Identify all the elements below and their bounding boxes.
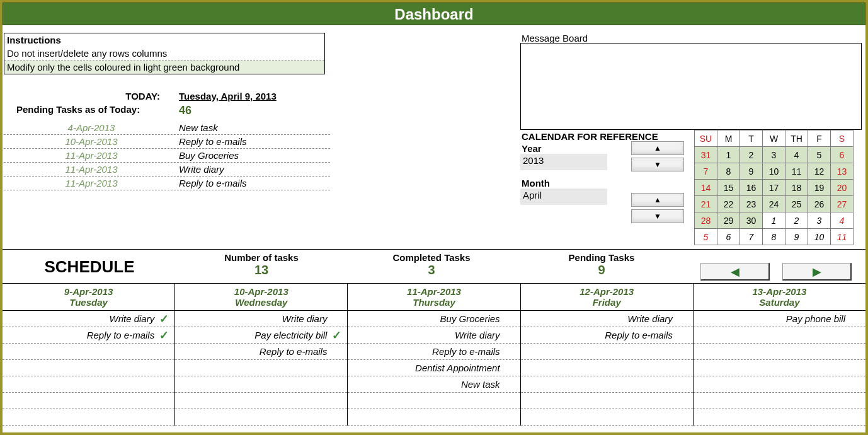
prev-button[interactable]: ◀ (700, 263, 770, 281)
schedule-task-row[interactable]: Write diary✓ (3, 311, 174, 327)
schedule-task-row[interactable] (3, 393, 174, 409)
task-date: 11-Apr-2013 (4, 149, 179, 162)
month-up-button[interactable]: ▲ (631, 193, 684, 207)
schedule-task-row[interactable] (175, 393, 347, 409)
day-name: Saturday (694, 297, 865, 308)
cal-day[interactable]: 24 (763, 196, 785, 212)
schedule-task-text: Write diary (348, 330, 502, 340)
schedule-task-row[interactable]: Reply to e-mails (348, 344, 520, 360)
day-date: 13-Apr-2013 (694, 286, 865, 297)
schedule-task-row[interactable]: Reply to e-mails (521, 327, 693, 344)
cal-day[interactable]: 10 (808, 229, 831, 245)
schedule-task-row[interactable] (694, 393, 865, 409)
schedule-task-row[interactable]: Dentist Appointment (348, 360, 520, 376)
cal-day[interactable]: 28 (695, 212, 717, 229)
cal-day[interactable]: 16 (740, 180, 763, 196)
schedule-task-row[interactable] (175, 360, 347, 376)
cal-day[interactable]: 17 (763, 180, 785, 196)
cal-day[interactable]: 8 (717, 163, 740, 180)
schedule-task-row[interactable] (3, 376, 174, 393)
schedule-task-row[interactable] (3, 344, 174, 360)
schedule-task-row[interactable] (521, 393, 693, 409)
cal-day[interactable]: 10 (763, 163, 785, 180)
schedule-task-row[interactable] (521, 376, 693, 393)
schedule-task-row[interactable]: Write diary (175, 311, 347, 327)
schedule-task-row[interactable] (521, 409, 693, 426)
cal-day[interactable]: 13 (831, 163, 854, 180)
year-down-button[interactable]: ▼ (631, 158, 684, 171)
cal-header: TH (785, 130, 808, 147)
stat-label: Completed Tasks (346, 250, 517, 263)
cal-day[interactable]: 3 (808, 212, 831, 229)
calendar-reference: CALENDAR FOR REFERENCE Year 2013 Month A… (520, 130, 862, 245)
today-label: TODAY: (4, 91, 179, 102)
cal-day[interactable]: 19 (808, 180, 831, 196)
cal-day[interactable]: 27 (831, 196, 854, 212)
cal-day[interactable]: 14 (695, 180, 717, 196)
schedule-task-row[interactable] (348, 409, 520, 426)
schedule-task-row[interactable] (694, 409, 865, 426)
cal-day[interactable]: 3 (763, 147, 785, 163)
cal-day[interactable]: 7 (740, 229, 763, 245)
cal-day[interactable]: 1 (717, 147, 740, 163)
cal-day[interactable]: 29 (717, 212, 740, 229)
day-header: 10-Apr-2013Wednesday (175, 284, 347, 311)
cal-day[interactable]: 4 (785, 147, 808, 163)
schedule-task-row[interactable] (521, 344, 693, 360)
schedule-task-row[interactable]: Write diary (521, 311, 693, 327)
cal-day[interactable]: 1 (763, 212, 785, 229)
cal-day[interactable]: 23 (740, 196, 763, 212)
cal-day[interactable]: 5 (695, 229, 717, 245)
cal-day[interactable]: 8 (763, 229, 785, 245)
cal-day[interactable]: 11 (785, 163, 808, 180)
cal-day[interactable]: 12 (808, 163, 831, 180)
schedule-task-row[interactable]: Reply to e-mails✓ (3, 327, 174, 344)
schedule-task-row[interactable] (521, 360, 693, 376)
schedule-task-row[interactable]: Reply to e-mails (175, 344, 347, 360)
schedule-task-text: Write diary (175, 313, 329, 324)
message-board-box[interactable] (520, 43, 862, 130)
year-up-button[interactable]: ▲ (631, 141, 684, 155)
schedule-task-row[interactable]: Pay phone bill (694, 311, 865, 327)
cal-day[interactable]: 4 (831, 212, 854, 229)
next-button[interactable]: ▶ (782, 263, 852, 281)
schedule-task-row[interactable] (175, 409, 347, 426)
year-value[interactable]: 2013 (520, 154, 607, 170)
schedule-task-text: Reply to e-mails (348, 346, 502, 357)
cal-day[interactable]: 15 (717, 180, 740, 196)
schedule-task-row[interactable]: Pay electricity bill✓ (175, 327, 347, 344)
cal-day[interactable]: 26 (808, 196, 831, 212)
cal-day[interactable]: 9 (740, 163, 763, 180)
cal-day[interactable]: 22 (717, 196, 740, 212)
month-value[interactable]: April (520, 188, 607, 205)
cal-day[interactable]: 30 (740, 212, 763, 229)
cal-day[interactable]: 18 (785, 180, 808, 196)
month-label: Month (520, 178, 694, 188)
cal-day[interactable]: 20 (831, 180, 854, 196)
cal-day[interactable]: 25 (785, 196, 808, 212)
cal-day[interactable]: 31 (695, 147, 717, 163)
stat-value: 9 (517, 263, 687, 277)
schedule-task-row[interactable]: Write diary (348, 327, 520, 344)
pending-task-row: 11-Apr-2013Write diary (4, 163, 330, 177)
cal-day[interactable]: 2 (740, 147, 763, 163)
cal-day[interactable]: 9 (785, 229, 808, 245)
schedule-task-row[interactable] (694, 360, 865, 376)
cal-day[interactable]: 7 (695, 163, 717, 180)
schedule-task-row[interactable]: New task (348, 376, 520, 393)
schedule-task-row[interactable] (3, 360, 174, 376)
schedule-task-row[interactable]: Buy Groceries (348, 311, 520, 327)
schedule-task-row[interactable] (694, 376, 865, 393)
cal-day[interactable]: 5 (808, 147, 831, 163)
schedule-task-row[interactable] (3, 409, 174, 426)
month-down-button[interactable]: ▼ (631, 209, 684, 223)
schedule-task-row[interactable] (694, 344, 865, 360)
cal-day[interactable]: 2 (785, 212, 808, 229)
schedule-task-row[interactable] (348, 393, 520, 409)
cal-day[interactable]: 11 (831, 229, 854, 245)
cal-day[interactable]: 21 (695, 196, 717, 212)
cal-day[interactable]: 6 (831, 147, 854, 163)
schedule-task-row[interactable] (175, 376, 347, 393)
cal-day[interactable]: 6 (717, 229, 740, 245)
schedule-task-row[interactable] (694, 327, 865, 344)
